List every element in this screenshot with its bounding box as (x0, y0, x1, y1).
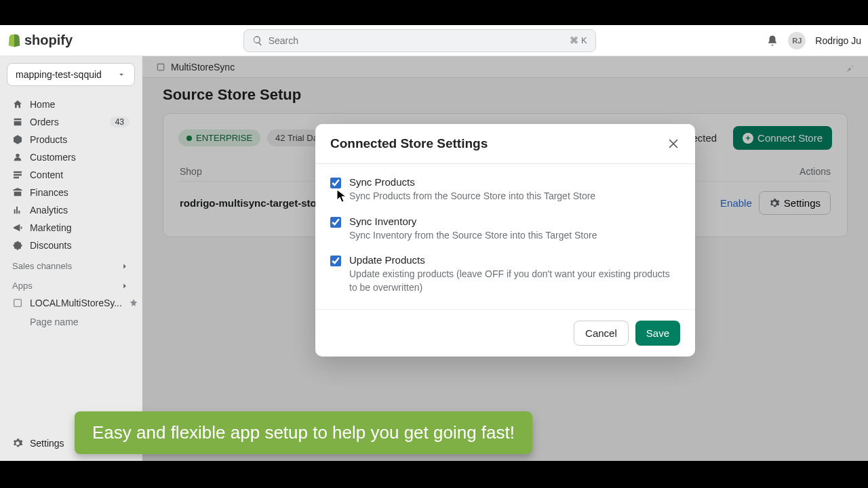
letterbox-top (0, 0, 868, 25)
